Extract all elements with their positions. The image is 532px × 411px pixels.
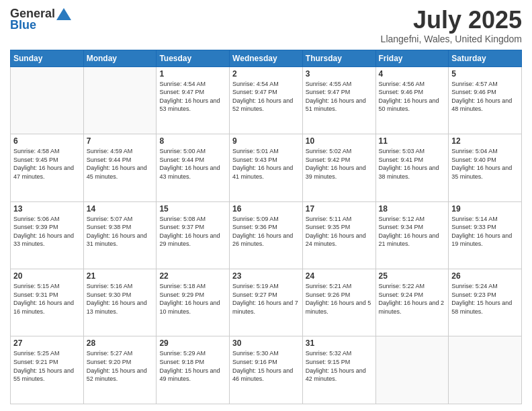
day-number: 30 <box>232 338 300 348</box>
day-number: 8 <box>159 136 226 146</box>
day-info: Sunrise: 4:57 AMSunset: 9:46 PMDaylight:… <box>451 80 519 113</box>
calendar-cell: 21Sunrise: 5:16 AMSunset: 9:30 PMDayligh… <box>83 269 157 336</box>
day-number: 14 <box>87 204 154 214</box>
day-info: Sunrise: 4:56 AMSunset: 9:46 PMDaylight:… <box>379 80 446 113</box>
calendar-week-3: 20Sunrise: 5:15 AMSunset: 9:31 PMDayligh… <box>11 269 522 336</box>
day-number: 5 <box>451 69 519 79</box>
calendar-cell: 10Sunrise: 5:02 AMSunset: 9:42 PMDayligh… <box>302 134 375 201</box>
day-number: 13 <box>13 204 81 214</box>
calendar-cell: 7Sunrise: 4:59 AMSunset: 9:44 PMDaylight… <box>83 134 157 201</box>
day-info: Sunrise: 5:02 AMSunset: 9:42 PMDaylight:… <box>306 147 373 181</box>
day-number: 10 <box>306 136 373 146</box>
day-info: Sunrise: 5:03 AMSunset: 9:41 PMDaylight:… <box>379 147 446 181</box>
calendar-cell: 8Sunrise: 5:00 AMSunset: 9:44 PMDaylight… <box>157 134 230 201</box>
day-number: 16 <box>232 204 300 214</box>
calendar-cell: 2Sunrise: 4:54 AMSunset: 9:47 PMDaylight… <box>230 66 303 134</box>
day-number: 29 <box>159 338 226 348</box>
col-monday: Monday <box>83 50 157 66</box>
col-thursday: Thursday <box>302 50 375 66</box>
day-info: Sunrise: 5:30 AMSunset: 9:16 PMDaylight:… <box>232 349 300 383</box>
title-block: July 2025 Llangefni, Wales, United Kingd… <box>381 7 522 44</box>
day-info: Sunrise: 4:59 AMSunset: 9:44 PMDaylight:… <box>87 147 154 181</box>
day-info: Sunrise: 5:08 AMSunset: 9:37 PMDaylight:… <box>159 215 226 248</box>
calendar-cell: 15Sunrise: 5:08 AMSunset: 9:37 PMDayligh… <box>157 201 230 269</box>
day-info: Sunrise: 5:12 AMSunset: 9:34 PMDaylight:… <box>379 215 446 248</box>
calendar-cell <box>449 336 522 404</box>
calendar-cell: 29Sunrise: 5:29 AMSunset: 9:18 PMDayligh… <box>157 336 230 404</box>
calendar-cell: 22Sunrise: 5:18 AMSunset: 9:29 PMDayligh… <box>157 269 230 336</box>
day-number: 9 <box>232 136 300 146</box>
day-info: Sunrise: 5:00 AMSunset: 9:44 PMDaylight:… <box>159 147 226 181</box>
day-info: Sunrise: 5:29 AMSunset: 9:18 PMDaylight:… <box>159 349 226 383</box>
day-number: 6 <box>13 136 81 146</box>
calendar-cell: 17Sunrise: 5:11 AMSunset: 9:35 PMDayligh… <box>302 201 375 269</box>
calendar-week-1: 6Sunrise: 4:58 AMSunset: 9:45 PMDaylight… <box>11 134 522 201</box>
day-number: 3 <box>306 69 373 79</box>
col-tuesday: Tuesday <box>157 50 230 66</box>
day-info: Sunrise: 5:09 AMSunset: 9:36 PMDaylight:… <box>232 215 300 248</box>
calendar-header-row: Sunday Monday Tuesday Wednesday Thursday… <box>11 50 522 66</box>
day-info: Sunrise: 5:16 AMSunset: 9:30 PMDaylight:… <box>87 282 154 316</box>
day-info: Sunrise: 5:25 AMSunset: 9:21 PMDaylight:… <box>13 349 81 383</box>
calendar-cell: 11Sunrise: 5:03 AMSunset: 9:41 PMDayligh… <box>375 134 449 201</box>
header: General Blue July 2025 Llangefni, Wales,… <box>10 7 522 44</box>
page: General Blue July 2025 Llangefni, Wales,… <box>0 0 532 411</box>
day-number: 27 <box>13 338 81 348</box>
calendar-cell <box>375 336 449 404</box>
location: Llangefni, Wales, United Kingdom <box>381 34 522 44</box>
day-info: Sunrise: 5:07 AMSunset: 9:38 PMDaylight:… <box>87 215 154 248</box>
calendar-week-2: 13Sunrise: 5:06 AMSunset: 9:39 PMDayligh… <box>11 201 522 269</box>
logo-icon <box>56 8 71 20</box>
day-info: Sunrise: 4:55 AMSunset: 9:47 PMDaylight:… <box>306 80 373 113</box>
svg-marker-0 <box>56 8 71 20</box>
day-number: 1 <box>159 69 226 79</box>
day-info: Sunrise: 5:32 AMSunset: 9:15 PMDaylight:… <box>306 349 373 383</box>
day-number: 4 <box>379 69 446 79</box>
day-number: 26 <box>451 271 519 281</box>
day-info: Sunrise: 5:06 AMSunset: 9:39 PMDaylight:… <box>13 215 81 248</box>
day-info: Sunrise: 4:58 AMSunset: 9:45 PMDaylight:… <box>13 147 81 181</box>
calendar-cell: 20Sunrise: 5:15 AMSunset: 9:31 PMDayligh… <box>11 269 84 336</box>
day-number: 22 <box>159 271 226 281</box>
calendar-cell: 30Sunrise: 5:30 AMSunset: 9:16 PMDayligh… <box>230 336 303 404</box>
day-number: 2 <box>232 69 300 79</box>
day-number: 12 <box>451 136 519 146</box>
col-wednesday: Wednesday <box>230 50 303 66</box>
calendar-cell <box>83 66 157 134</box>
day-info: Sunrise: 5:11 AMSunset: 9:35 PMDaylight:… <box>306 215 373 248</box>
day-number: 7 <box>87 136 154 146</box>
calendar-cell: 9Sunrise: 5:01 AMSunset: 9:43 PMDaylight… <box>230 134 303 201</box>
month-title: July 2025 <box>381 7 522 34</box>
calendar-cell: 16Sunrise: 5:09 AMSunset: 9:36 PMDayligh… <box>230 201 303 269</box>
day-info: Sunrise: 5:04 AMSunset: 9:40 PMDaylight:… <box>451 147 519 181</box>
day-number: 15 <box>159 204 226 214</box>
day-number: 24 <box>306 271 373 281</box>
day-number: 11 <box>379 136 446 146</box>
calendar-cell: 18Sunrise: 5:12 AMSunset: 9:34 PMDayligh… <box>375 201 449 269</box>
day-number: 17 <box>306 204 373 214</box>
logo-blue: Blue <box>10 18 36 32</box>
calendar-cell: 31Sunrise: 5:32 AMSunset: 9:15 PMDayligh… <box>302 336 375 404</box>
day-number: 23 <box>232 271 300 281</box>
calendar-cell <box>11 66 84 134</box>
calendar-cell: 25Sunrise: 5:22 AMSunset: 9:24 PMDayligh… <box>375 269 449 336</box>
logo: General Blue <box>10 7 71 32</box>
calendar-cell: 3Sunrise: 4:55 AMSunset: 9:47 PMDaylight… <box>302 66 375 134</box>
calendar-cell: 13Sunrise: 5:06 AMSunset: 9:39 PMDayligh… <box>11 201 84 269</box>
col-saturday: Saturday <box>449 50 522 66</box>
calendar-cell: 14Sunrise: 5:07 AMSunset: 9:38 PMDayligh… <box>83 201 157 269</box>
day-number: 25 <box>379 271 446 281</box>
day-info: Sunrise: 5:27 AMSunset: 9:20 PMDaylight:… <box>87 349 154 383</box>
calendar-cell: 5Sunrise: 4:57 AMSunset: 9:46 PMDaylight… <box>449 66 522 134</box>
calendar-cell: 23Sunrise: 5:19 AMSunset: 9:27 PMDayligh… <box>230 269 303 336</box>
day-number: 28 <box>87 338 154 348</box>
calendar-week-0: 1Sunrise: 4:54 AMSunset: 9:47 PMDaylight… <box>11 66 522 134</box>
day-info: Sunrise: 5:01 AMSunset: 9:43 PMDaylight:… <box>232 147 300 181</box>
col-friday: Friday <box>375 50 449 66</box>
calendar-cell: 19Sunrise: 5:14 AMSunset: 9:33 PMDayligh… <box>449 201 522 269</box>
day-info: Sunrise: 5:18 AMSunset: 9:29 PMDaylight:… <box>159 282 226 316</box>
day-info: Sunrise: 5:19 AMSunset: 9:27 PMDaylight:… <box>232 282 300 316</box>
day-number: 19 <box>451 204 519 214</box>
calendar-cell: 26Sunrise: 5:24 AMSunset: 9:23 PMDayligh… <box>449 269 522 336</box>
calendar-cell: 24Sunrise: 5:21 AMSunset: 9:26 PMDayligh… <box>302 269 375 336</box>
